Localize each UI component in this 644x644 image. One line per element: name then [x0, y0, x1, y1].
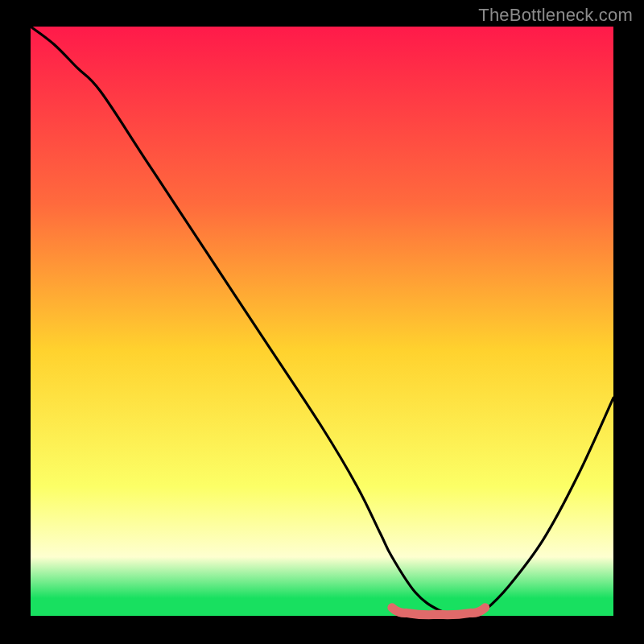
attribution-text: TheBottleneck.com: [478, 5, 633, 26]
chart-frame: TheBottleneck.com: [0, 0, 644, 644]
bottleneck-chart: [0, 0, 644, 644]
